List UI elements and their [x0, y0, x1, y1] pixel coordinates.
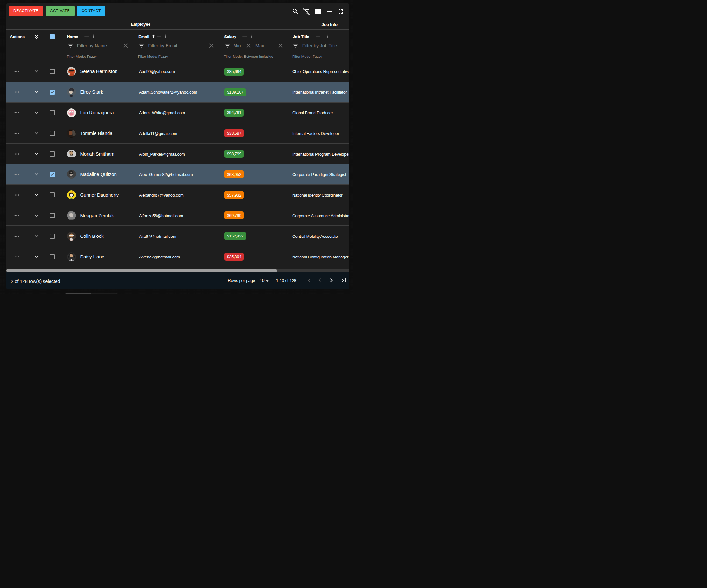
- svg-text:yay!: yay!: [70, 191, 72, 193]
